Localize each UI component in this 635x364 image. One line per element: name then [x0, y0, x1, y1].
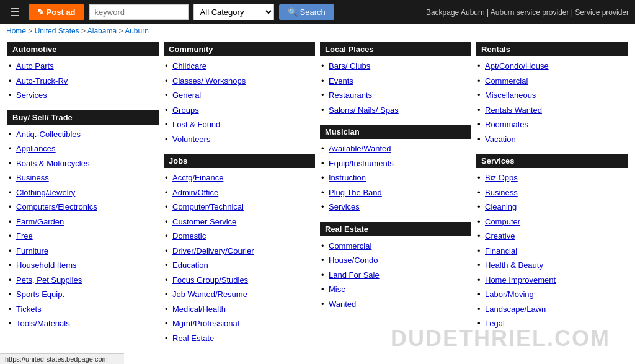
domestic-link[interactable]: Domestic: [172, 231, 206, 241]
boats-motorcycles-link[interactable]: Boats & Motorcycles: [16, 159, 90, 168]
menu-icon[interactable]: ☰: [6, 4, 24, 20]
landscape-lawn-link[interactable]: Landscape/Lawn: [485, 304, 546, 314]
job-wanted-resume-link[interactable]: Job Wanted/Resume: [172, 290, 247, 299]
re-commercial-link[interactable]: Commercial: [329, 241, 371, 251]
auto-parts-link[interactable]: Auto Parts: [16, 61, 54, 71]
list-item: Domestic: [164, 229, 315, 244]
real-estate-list: Commercial House/Condo Land For Sale Mis…: [320, 239, 471, 312]
list-item: Landscape/Lawn: [476, 302, 628, 317]
driver-delivery-link[interactable]: Driver/Delivery/Courier: [172, 246, 254, 255]
antiq-collectibles-link[interactable]: Antiq.-Collectibles: [16, 130, 81, 139]
rentals-commercial-link[interactable]: Commercial: [485, 76, 528, 86]
sports-equip-link[interactable]: Sports Equip.: [16, 290, 64, 299]
miscellaneous-link[interactable]: Miscellaneous: [485, 91, 536, 100]
breadcrumb-home[interactable]: Home: [6, 27, 26, 35]
search-button[interactable]: 🔍 Search: [279, 4, 334, 20]
list-item: Biz Opps: [476, 171, 628, 185]
roommates-link[interactable]: Roommates: [485, 120, 528, 129]
rentals-wanted-link[interactable]: Rentals Wanted: [485, 105, 542, 115]
post-ad-button[interactable]: ✎ Post ad: [29, 4, 84, 20]
list-item: Events: [320, 74, 471, 89]
list-item: Creative: [476, 229, 628, 244]
jobs-real-estate-link[interactable]: Real Estate: [172, 334, 214, 343]
clothing-jewelry-link[interactable]: Clothing/Jewelry: [16, 188, 75, 197]
list-item: Sports Equip.: [7, 287, 159, 302]
groups-link[interactable]: Groups: [172, 105, 199, 115]
general-link[interactable]: General: [172, 91, 201, 100]
apt-condo-house-link[interactable]: Apt/Condo/House: [485, 61, 549, 71]
labor-moving-link[interactable]: Labor/Moving: [485, 290, 534, 299]
volunteers-link[interactable]: Volunteers: [172, 135, 210, 144]
focus-group-link[interactable]: Focus Group/Studies: [172, 275, 248, 285]
education-link[interactable]: Education: [172, 260, 208, 270]
land-for-sale-link[interactable]: Land For Sale: [329, 270, 380, 280]
breadcrumb-state[interactable]: Alabama: [87, 27, 117, 35]
automotive-services-link[interactable]: Services: [16, 91, 47, 100]
restaurants-link[interactable]: Restaurants: [329, 91, 372, 100]
legal-link[interactable]: Legal: [485, 319, 505, 328]
services-list: Biz Opps Business Cleaning Computer Crea…: [476, 171, 628, 331]
instruction-link[interactable]: Instruction: [329, 173, 366, 182]
local-places-header: Local Places: [320, 42, 471, 56]
available-wanted-link[interactable]: Available/Wanted: [329, 144, 391, 153]
mgmt-professional-link[interactable]: Mgmt/Professional: [172, 319, 239, 328]
rentals-header: Rentals: [476, 42, 628, 56]
breadcrumb-city[interactable]: Auburn: [125, 27, 149, 35]
computer-link[interactable]: Computer: [485, 217, 520, 226]
jobs-list: Acctg/Finance Admin/Office Computer/Tech…: [164, 171, 315, 345]
misc-link[interactable]: Misc: [329, 285, 345, 294]
medical-health-link[interactable]: Medical/Health: [172, 304, 226, 314]
house-condo-link[interactable]: House/Condo: [329, 255, 378, 265]
list-item: Commercial: [320, 239, 471, 254]
financial-link[interactable]: Financial: [485, 246, 517, 255]
list-item: Driver/Delivery/Courier: [164, 244, 315, 259]
vacation-link[interactable]: Vacation: [485, 135, 516, 144]
salons-nails-spas-link[interactable]: Salons/ Nails/ Spas: [329, 105, 399, 115]
farm-garden-link[interactable]: Farm/Garden: [16, 217, 64, 226]
creative-link[interactable]: Creative: [485, 231, 515, 241]
list-item: Business: [7, 171, 159, 185]
list-item: Pets, Pet Supplies: [7, 273, 159, 288]
home-improvement-link[interactable]: Home Improvement: [485, 275, 556, 285]
classes-workshops-link[interactable]: Classes/ Workshops: [172, 76, 246, 86]
lost-found-link[interactable]: Lost & Found: [172, 120, 220, 129]
musician-services-link[interactable]: Services: [329, 202, 360, 211]
wanted-link[interactable]: Wanted: [329, 300, 356, 309]
computers-electronics-link[interactable]: Computers/Electronics: [16, 202, 97, 211]
plug-the-band-link[interactable]: Plug The Band: [329, 188, 382, 197]
equip-instruments-link[interactable]: Equip/Instruments: [329, 159, 394, 168]
auto-truck-rv-link[interactable]: Auto-Truck-Rv: [16, 76, 68, 86]
health-beauty-link[interactable]: Health & Beauty: [485, 260, 543, 270]
customer-service-link[interactable]: Customer Service: [172, 217, 236, 226]
automotive-list: Auto Parts Auto-Truck-Rv Services: [7, 59, 159, 103]
admin-office-link[interactable]: Admin/Office: [172, 188, 218, 197]
community-section: Community Childcare Classes/ Workshops G…: [164, 42, 315, 146]
cleaning-link[interactable]: Cleaning: [485, 202, 517, 211]
computer-technical-link[interactable]: Computer/Technical: [172, 202, 244, 211]
services-section: Services Biz Opps Business Cleaning Comp…: [476, 154, 628, 331]
free-link[interactable]: Free: [16, 231, 33, 241]
breadcrumb-country[interactable]: United States: [35, 27, 79, 35]
services-business-link[interactable]: Business: [485, 188, 518, 197]
childcare-link[interactable]: Childcare: [172, 61, 206, 71]
list-item: Cleaning: [476, 200, 628, 215]
local-places-section: Local Places Bars/ Clubs Events Restaura…: [320, 42, 471, 117]
household-items-link[interactable]: Household Items: [16, 260, 77, 270]
business-link[interactable]: Business: [16, 173, 49, 182]
furniture-link[interactable]: Furniture: [16, 246, 48, 255]
pets-link[interactable]: Pets, Pet Supplies: [16, 275, 82, 285]
list-item: Bars/ Clubs: [320, 59, 471, 74]
list-item: Business: [476, 185, 628, 200]
tickets-link[interactable]: Tickets: [16, 304, 42, 314]
list-item: Home Improvement: [476, 273, 628, 288]
category-select[interactable]: All Category: [193, 4, 274, 20]
bars-clubs-link[interactable]: Bars/ Clubs: [329, 61, 370, 71]
acctg-finance-link[interactable]: Acctg/Finance: [172, 173, 223, 182]
search-input[interactable]: [89, 4, 189, 20]
list-item: Apt/Condo/House: [476, 59, 628, 74]
list-item: House/Condo: [320, 253, 471, 268]
events-link[interactable]: Events: [329, 76, 353, 86]
appliances-link[interactable]: Appliances: [16, 144, 56, 153]
tools-materials-link[interactable]: Tools/Materials: [16, 319, 70, 328]
biz-opps-link[interactable]: Biz Opps: [485, 173, 518, 182]
